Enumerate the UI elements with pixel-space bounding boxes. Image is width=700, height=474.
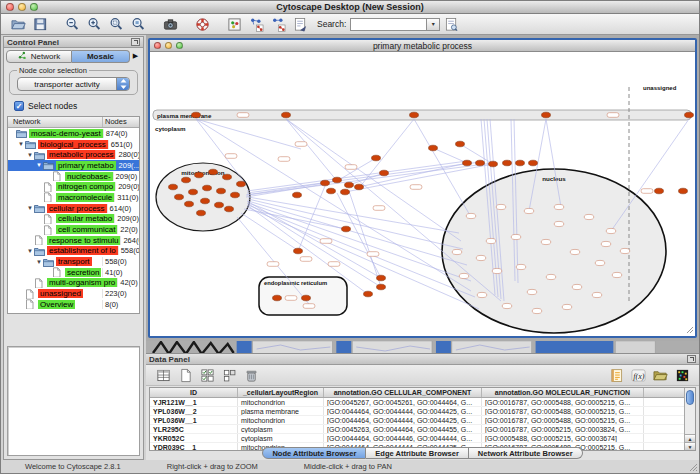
graph-node-selected[interactable] (185, 201, 194, 207)
tree-row[interactable]: ▼transport558(0) (8, 256, 139, 267)
node-color-dropdown[interactable]: transporter activity (17, 77, 130, 91)
graph-node-selected[interactable] (302, 295, 311, 301)
select-nodes-checkbox[interactable]: ✓ (14, 101, 24, 111)
graph-node-selected[interactable] (203, 185, 212, 191)
search-dropdown-button[interactable]: ▾ (426, 18, 440, 31)
network-canvas[interactable]: plasma membranecytoplasmmitochondrionnuc… (150, 52, 695, 336)
disclosure-triangle-icon[interactable]: ▼ (35, 162, 43, 168)
search-input[interactable] (350, 18, 426, 31)
tree-row[interactable]: mosaic-demo-yeast874(0) (8, 128, 139, 139)
tree-row[interactable]: response to stimulu264(0) (8, 235, 139, 246)
graph-node-selected[interactable] (345, 182, 354, 188)
graph-node-selected[interactable] (489, 161, 498, 167)
table-row[interactable]: YJR121W__1mitochondrion[GO:0045267, GO:0… (150, 398, 684, 407)
graph-node-selected[interactable] (189, 189, 198, 195)
tree-row[interactable]: cellular metabo209(0) (8, 214, 139, 225)
graph-node[interactable] (606, 228, 616, 233)
tree-row[interactable]: cell communicat22(0) (8, 224, 139, 235)
graph-node-selected[interactable] (282, 112, 291, 118)
graph-node-selected[interactable] (169, 184, 178, 190)
tab-edge-attribute-browser[interactable]: Edge Attribute Browser (366, 447, 468, 459)
graph-node[interactable] (572, 284, 582, 289)
graph-node[interactable] (570, 249, 580, 254)
graph-node-label[interactable] (320, 239, 332, 244)
graph-node[interactable] (584, 214, 594, 219)
graph-node-selected[interactable] (175, 194, 184, 200)
tab-network-attribute-browser[interactable]: Network Attribute Browser (469, 447, 583, 459)
import-attributes-button[interactable] (649, 366, 671, 384)
network-graph[interactable]: plasma membranecytoplasmmitochondrionnuc… (150, 52, 695, 336)
graph-node[interactable] (541, 239, 551, 244)
graph-node-selected[interactable] (377, 284, 386, 290)
graph-node[interactable] (476, 255, 486, 260)
attribute-list-button[interactable] (605, 366, 627, 384)
graph-node-label[interactable] (295, 142, 307, 147)
table-row[interactable]: YLR295Ccytoplasm[GO:0045263, GO:0044464,… (150, 425, 684, 434)
graph-node-selected[interactable] (655, 188, 664, 194)
graph-node-label[interactable] (367, 252, 379, 257)
tree-row[interactable]: multi-organism pro42(0) (8, 278, 139, 289)
vizmapper-button[interactable] (223, 15, 245, 33)
zoom-out-button[interactable] (61, 15, 83, 33)
graph-node-selected[interactable] (223, 174, 232, 180)
new-attribute-button[interactable] (174, 366, 196, 384)
table-scrollbar[interactable]: ▲ ▼ (684, 388, 695, 450)
graph-node[interactable] (601, 241, 611, 246)
graph-node-label[interactable] (225, 154, 237, 159)
graph-node-selected[interactable] (377, 275, 386, 281)
zoom-fit-button[interactable] (127, 15, 149, 33)
tree-row[interactable]: unassigned223(0) (8, 288, 139, 299)
graph-node-selected[interactable] (341, 189, 350, 195)
tab-mosaic[interactable]: Mosaic (72, 50, 130, 63)
graph-node[interactable] (595, 260, 605, 265)
function-builder-button[interactable]: f(x) (627, 366, 649, 384)
search-options-button[interactable] (440, 15, 462, 33)
graph-node-label[interactable] (278, 157, 290, 162)
graph-node-label[interactable] (237, 113, 249, 118)
graph-node-selected[interactable] (355, 184, 364, 190)
graph-node[interactable] (516, 264, 526, 269)
table-row[interactable]: YPL036W__2plasma membrane[GO:0044464, GO… (150, 407, 684, 416)
network-window[interactable]: primary metabolic process plasma membran… (148, 38, 697, 338)
table-row[interactable]: YKR052Ccytoplasm[GO:0044464, GO:0044446,… (150, 434, 684, 443)
graph-node-selected[interactable] (192, 112, 201, 118)
graph-node-label[interactable] (410, 185, 422, 190)
tree-row[interactable]: Overview8(0) (8, 299, 139, 310)
graph-node[interactable] (459, 273, 469, 278)
graph-node-selected[interactable] (542, 112, 551, 118)
graph-node[interactable] (496, 204, 506, 209)
zoom-selected-button[interactable] (105, 15, 127, 33)
tree-row[interactable]: ▼biological_process651(0) (8, 139, 139, 150)
delete-attribute-button[interactable] (240, 366, 262, 384)
table-row[interactable]: YPL036W__1mitochondrion[GO:0044464, GO:0… (150, 416, 684, 425)
tree-row[interactable]: macromolecule311(0) (8, 192, 139, 203)
tree-row[interactable]: ▼metabolic process280(0) (8, 149, 139, 160)
graph-node[interactable] (554, 204, 564, 209)
zoom-in-button[interactable] (83, 15, 105, 33)
open-file-button[interactable] (7, 15, 29, 33)
float-data-panel-icon[interactable] (687, 355, 696, 363)
graph-node-label[interactable] (328, 262, 340, 267)
graph-node-selected[interactable] (333, 177, 342, 183)
scroll-up-button[interactable]: ▲ (685, 434, 695, 442)
graph-node-selected[interactable] (231, 192, 240, 198)
graph-node-selected[interactable] (209, 169, 218, 175)
tree-row[interactable]: ▼primary metabo209(... (8, 160, 139, 171)
graph-node-label[interactable] (373, 206, 385, 211)
graph-node-label[interactable] (641, 189, 653, 194)
graph-node-selected[interactable] (342, 226, 351, 232)
tab-overflow-icon[interactable]: ▶ (130, 52, 141, 60)
help-lifering-button[interactable] (191, 15, 213, 33)
save-button[interactable] (29, 15, 51, 33)
graph-node[interactable] (486, 238, 496, 243)
tree-row[interactable]: nucleobase-209(0) (8, 171, 139, 182)
column-header[interactable]: _cellularLayoutRegion (238, 388, 324, 397)
graph-node-label[interactable] (303, 304, 315, 309)
disclosure-triangle-icon[interactable]: ▼ (26, 248, 34, 254)
graph-node-selected[interactable] (321, 180, 330, 186)
graph-node-label[interactable] (345, 165, 357, 170)
tab-network[interactable]: Network (6, 50, 72, 63)
graph-node-label[interactable] (300, 257, 312, 262)
graph-node[interactable] (477, 292, 487, 297)
graph-node[interactable] (524, 208, 534, 213)
